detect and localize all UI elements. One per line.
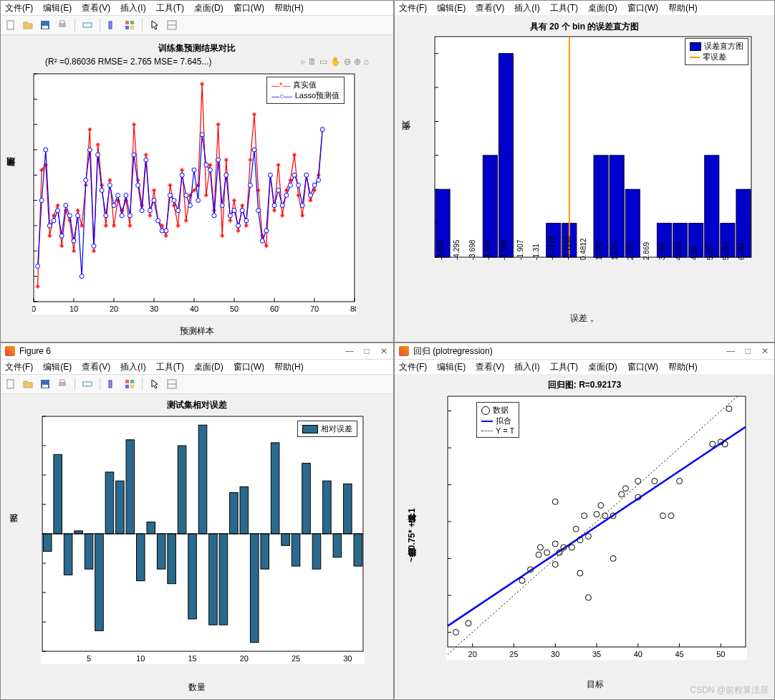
menu-desktop[interactable]: 桌面(D) — [194, 2, 223, 14]
close-icon[interactable]: ✕ — [379, 346, 389, 356]
inspect-icon[interactable] — [165, 377, 179, 391]
axes-hist[interactable]: 0123456 — [433, 35, 753, 259]
menu-file[interactable]: 文件(F) — [399, 2, 427, 14]
svg-point-76 — [132, 153, 136, 157]
svg-rect-193 — [54, 454, 62, 534]
open-icon[interactable] — [21, 377, 35, 391]
svg-point-77 — [136, 183, 140, 187]
close-icon[interactable]: ✕ — [760, 346, 770, 356]
link-icon[interactable] — [80, 377, 95, 391]
menu-tools[interactable]: 工具(T) — [550, 2, 578, 14]
menu-edit[interactable]: 编辑(E) — [437, 2, 466, 14]
svg-point-99 — [224, 173, 228, 177]
menu-window[interactable]: 窗口(W) — [234, 361, 264, 373]
chart-title: 训练集预测结果对比 — [1, 42, 393, 54]
menu-insert[interactable]: 插入(I) — [514, 2, 539, 14]
svg-point-72 — [116, 193, 120, 198]
svg-rect-201 — [137, 534, 145, 581]
menu-edit[interactable]: 编辑(E) — [43, 361, 72, 373]
svg-text:5: 5 — [87, 654, 91, 663]
menu-insert[interactable]: 插入(I) — [514, 361, 539, 373]
menu-window[interactable]: 窗口(W) — [234, 2, 264, 14]
svg-point-56 — [52, 219, 56, 223]
legend[interactable]: 数据 拟合 Y = T — [476, 402, 519, 438]
menu-desktop[interactable]: 桌面(D) — [194, 361, 223, 373]
link-icon[interactable] — [80, 18, 95, 32]
save-icon[interactable] — [38, 377, 52, 391]
dock-icon[interactable] — [105, 18, 120, 32]
menu-view[interactable]: 查看(V) — [82, 2, 110, 14]
menu-window[interactable]: 窗口(W) — [627, 2, 658, 14]
menu-help[interactable]: 帮助(H) — [274, 361, 304, 373]
menu-file[interactable]: 文件(F) — [399, 361, 427, 373]
legend-yt: Y = T — [496, 426, 514, 435]
save-icon[interactable] — [38, 18, 52, 32]
svg-point-109 — [264, 229, 269, 233]
svg-point-116 — [292, 173, 297, 177]
svg-point-112 — [276, 188, 281, 193]
menu-file[interactable]: 文件(F) — [5, 2, 33, 14]
xtick-label: -4.295 — [453, 240, 461, 260]
dock-icon[interactable] — [105, 377, 120, 391]
grid-icon[interactable] — [122, 377, 137, 391]
svg-text:60: 60 — [270, 305, 279, 313]
legend[interactable]: 误差直方图 零误差 — [685, 38, 748, 65]
menu-insert[interactable]: 插入(I) — [120, 2, 145, 14]
minimize-icon[interactable]: — — [726, 346, 736, 356]
svg-rect-141 — [499, 54, 513, 257]
menu-help[interactable]: 帮助(H) — [274, 2, 304, 14]
menu-help[interactable]: 帮助(H) — [668, 361, 698, 373]
menu-view[interactable]: 查看(V) — [476, 361, 504, 373]
legend[interactable]: —*—真实值 —○—Lasso预测值 — [266, 77, 345, 104]
open-icon[interactable] — [21, 18, 35, 32]
titlebar: 回归 (plotregression) — □ ✕ — [395, 343, 774, 360]
menu-tools[interactable]: 工具(T) — [156, 2, 184, 14]
toolbar — [1, 15, 393, 35]
inspect-icon[interactable] — [165, 18, 179, 32]
svg-point-98 — [220, 203, 224, 208]
grid-icon[interactable] — [122, 18, 137, 32]
menu-file[interactable]: 文件(F) — [5, 361, 33, 373]
svg-rect-124 — [435, 37, 751, 257]
pointer-icon[interactable] — [148, 377, 162, 391]
axes-relerr[interactable]: -0.2-0.15-0.1-0.0500.050.10.150.25101520… — [41, 415, 365, 664]
menu-desktop[interactable]: 桌面(D) — [588, 361, 617, 373]
print-icon[interactable] — [55, 377, 69, 391]
svg-point-78 — [140, 208, 144, 213]
menu-insert[interactable]: 插入(I) — [120, 361, 145, 373]
svg-point-122 — [317, 178, 321, 182]
minimize-icon[interactable]: — — [345, 346, 355, 356]
svg-point-114 — [284, 193, 289, 198]
svg-rect-208 — [209, 534, 218, 625]
legend[interactable]: 相对误差 — [297, 421, 357, 437]
new-icon[interactable] — [4, 18, 18, 32]
menu-edit[interactable]: 编辑(E) — [437, 361, 466, 373]
pointer-icon[interactable] — [148, 18, 162, 32]
legend-lasso: Lasso预测值 — [295, 90, 340, 101]
svg-point-58 — [59, 234, 64, 238]
menu-view[interactable]: 查看(V) — [82, 361, 110, 373]
menu-tools[interactable]: 工具(T) — [156, 361, 184, 373]
menu-help[interactable]: 帮助(H) — [668, 2, 698, 14]
svg-point-123 — [320, 128, 324, 132]
svg-text:30: 30 — [343, 654, 352, 663]
menu-desktop[interactable]: 桌面(D) — [588, 2, 617, 14]
svg-point-66 — [92, 244, 96, 248]
axes-train[interactable]: 0102030405060708015202530354045505560 — [32, 72, 356, 315]
svg-point-115 — [288, 183, 292, 187]
svg-rect-9 — [125, 26, 129, 29]
menu-edit[interactable]: 编辑(E) — [43, 2, 72, 14]
menu-window[interactable]: 窗口(W) — [627, 361, 658, 373]
svg-point-110 — [268, 173, 272, 177]
menu-view[interactable]: 查看(V) — [476, 2, 504, 14]
maximize-icon[interactable]: □ — [743, 346, 753, 356]
new-icon[interactable] — [4, 377, 18, 391]
maximize-icon[interactable]: □ — [362, 346, 372, 356]
menu-tools[interactable]: 工具(T) — [550, 361, 578, 373]
xlabel: 误差 。 — [395, 312, 774, 325]
xtick-label: 4.66 — [690, 246, 698, 260]
xtick-label: -0.7128 — [548, 236, 556, 260]
svg-point-118 — [300, 203, 304, 208]
svg-rect-160 — [109, 380, 112, 388]
print-icon[interactable] — [55, 18, 69, 32]
